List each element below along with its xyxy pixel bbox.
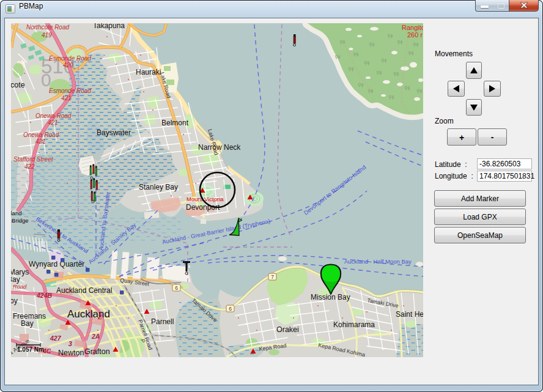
svg-text:Auckland: Auckland (67, 308, 110, 320)
svg-text:Bayswater: Bayswater (97, 128, 131, 137)
svg-text:Newton: Newton (58, 349, 84, 357)
svg-text:Bay: Bay (21, 319, 34, 328)
svg-text:ckland: ckland (11, 210, 21, 216)
svg-text:Belmont: Belmont (161, 119, 189, 127)
svg-text:Onewa Road: Onewa Road (23, 131, 59, 138)
svg-text:421: 421 (35, 138, 46, 145)
svg-text:Bay: Bay (11, 275, 20, 284)
svg-text:3: 3 (68, 340, 72, 347)
svg-text:cote: cote (11, 81, 25, 89)
svg-text:2A: 2A (91, 333, 100, 340)
svg-text:424B: 424B (36, 292, 53, 299)
svg-text:Auckland Central: Auckland Central (56, 286, 112, 295)
svg-text:Wynyard Quarter: Wynyard Quarter (29, 260, 84, 268)
svg-text:421: 421 (61, 95, 72, 102)
svg-text:Northcote Road: Northcote Road (26, 24, 69, 31)
svg-text:Stafford Street: Stafford Street (13, 156, 54, 163)
svg-text:419: 419 (42, 32, 52, 39)
svg-text:Esmonde Road: Esmonde Road (49, 87, 91, 94)
svg-text:Auckland - Half Moon Bay: Auckland - Half Moon Bay (344, 258, 412, 265)
svg-text:Saint He: Saint He (396, 310, 423, 319)
svg-text:420: 420 (63, 62, 73, 68)
svg-text:Stanley Bay: Stanley Bay (139, 183, 178, 191)
svg-text:260 r: 260 r (407, 31, 423, 39)
svg-text:Narrow Neck: Narrow Neck (198, 143, 241, 152)
svg-text:Parnell: Parnell (151, 317, 174, 326)
svg-text:Onewa Road: Onewa Road (35, 113, 72, 119)
svg-text:by: by (11, 297, 18, 305)
svg-text:7: 7 (271, 274, 274, 280)
svg-text:427: 427 (50, 335, 62, 342)
svg-text:Hauraki: Hauraki (136, 68, 161, 76)
svg-text:Kohimarama: Kohimarama (333, 320, 375, 329)
svg-text:6: 6 (175, 285, 178, 291)
svg-text:2: 2 (97, 313, 102, 320)
svg-text:1.057 Nm: 1.057 Nm (17, 346, 44, 353)
svg-text:ur Bridge: ur Bridge (11, 217, 29, 224)
svg-text:Grafton: Grafton (84, 347, 110, 356)
svg-text:Esmonde Road: Esmonde Road (49, 55, 91, 62)
svg-text:6: 6 (229, 306, 232, 312)
svg-text:421: 421 (48, 119, 58, 126)
svg-text:422: 422 (24, 163, 35, 170)
svg-text:Takapuna: Takapuna (93, 23, 125, 30)
svg-text:ch Road: ch Road (11, 283, 27, 290)
svg-text:Rangito: Rangito (402, 24, 423, 31)
svg-text:Orakei: Orakei (276, 325, 299, 334)
